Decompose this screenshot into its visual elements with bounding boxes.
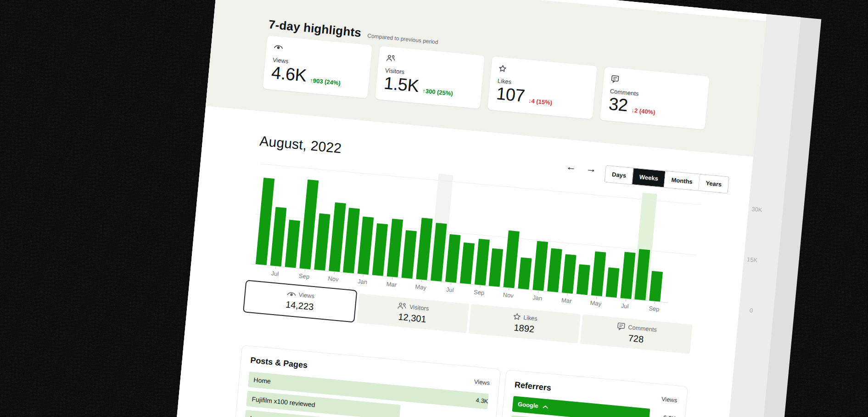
highlight-card-views: Views4.6K↑903 (24%) [263, 35, 372, 98]
star-icon [513, 313, 521, 321]
x-axis-tick [655, 302, 655, 304]
x-axis-label: Sep [465, 288, 493, 297]
summary-tab-visitors[interactable]: Visitors12,301 [357, 293, 469, 333]
chart-bar[interactable] [649, 271, 663, 302]
chart-bar[interactable] [532, 241, 548, 291]
summary-tab-value: 728 [628, 332, 644, 344]
chart-bar[interactable] [387, 219, 403, 277]
referrers-title: Referrers [514, 380, 552, 393]
chart-bar[interactable] [358, 216, 374, 275]
x-axis-label: Nov [494, 291, 522, 300]
x-axis-label: Sep [290, 271, 318, 281]
x-axis-tick [480, 285, 480, 287]
highlight-card-value: 32 [608, 95, 628, 115]
highlights-subtitle: Compared to previous period [367, 33, 438, 45]
x-axis-label: Jul [261, 269, 289, 278]
x-axis-label: Nov [319, 274, 347, 283]
post-row-views: 3.4K [456, 410, 487, 417]
chart-bar[interactable] [547, 248, 562, 293]
dashboard-sheet: 7-day highlights Compared to previous pe… [169, 0, 767, 417]
chart-bar[interactable] [591, 251, 606, 296]
posts-views-header: Views [474, 378, 490, 386]
highlight-cards: Views4.6K↑903 (24%)Visitors1.5K↑300 (25%… [263, 35, 710, 130]
trend-badge: ↓2 (40%) [631, 107, 655, 118]
x-axis-label: Mar [378, 280, 406, 289]
summary-tab-value: 12,301 [398, 311, 427, 325]
x-axis-tick [334, 272, 334, 274]
chart-bar[interactable] [460, 242, 475, 284]
referrer-row-label: Google [517, 396, 549, 415]
trend-badge: ↓4 (15%) [528, 97, 553, 108]
summary-tab-label: Views [298, 291, 315, 299]
summary-tab-views[interactable]: Views14,223 [243, 280, 357, 322]
eye-icon [286, 290, 296, 298]
post-row-label: Land of fire and ice [249, 411, 305, 417]
chart-bar[interactable] [474, 239, 489, 286]
summary-tab-comments[interactable]: Comments728 [580, 315, 693, 354]
period-nav: ← → [564, 159, 599, 176]
post-row-label: Home [253, 372, 271, 389]
interval-years[interactable]: Years [698, 175, 729, 193]
chart-bar[interactable] [518, 258, 532, 290]
referrers-panel: Referrers Views Google6.2K [493, 370, 688, 417]
chart-bar[interactable] [329, 203, 346, 272]
x-axis-tick [567, 293, 567, 296]
interval-days[interactable]: Days [605, 166, 633, 184]
highlight-card-value: 1.5K [383, 73, 420, 96]
chart-bar[interactable] [285, 220, 300, 268]
trend-badge: ↑300 (25%) [422, 87, 453, 99]
posts-pages-panel: Posts & Pages Views Home4.3KFujifilm x10… [229, 345, 501, 417]
post-row-label: Fujifilm x100 reviewed [251, 391, 316, 413]
highlight-card-comments: Comments32↓2 (40%) [600, 67, 710, 130]
post-row-views: 4.3K [458, 391, 489, 409]
x-axis-label: Mar [553, 296, 581, 305]
x-axis-tick [538, 291, 538, 293]
summary-tab-value: 14,223 [285, 299, 314, 313]
summary-tab-label: Comments [628, 323, 657, 333]
chart-bar[interactable] [562, 254, 577, 293]
summary-tab-label: Visitors [409, 303, 429, 312]
chevron-up-icon[interactable] [542, 405, 549, 409]
referrer-row-views: 6.2K [645, 408, 676, 417]
highlights-section: 7-day highlights Compared to previous pe… [206, 0, 766, 157]
highlight-card-visitors: Visitors1.5K↑300 (25%) [375, 46, 485, 109]
x-axis-tick [625, 299, 626, 301]
highlight-card-likes: Likes107↓4 (15%) [487, 56, 597, 119]
chart-bar[interactable] [372, 223, 388, 276]
x-axis-tick [450, 283, 451, 285]
next-period-button[interactable]: → [584, 162, 599, 177]
x-axis-label: Jul [611, 301, 639, 310]
chart-bar[interactable] [605, 267, 619, 298]
interval-weeks[interactable]: Weeks [632, 168, 665, 187]
chart-bar[interactable] [577, 264, 590, 295]
summary-tab-likes[interactable]: Likes1892 [468, 304, 581, 344]
x-axis-tick [421, 280, 422, 282]
posts-pages-title: Posts & Pages [250, 355, 308, 370]
highlight-card-value: 107 [495, 84, 526, 106]
trend-badge: ↑903 (24%) [309, 77, 341, 89]
x-axis-tick [596, 296, 597, 299]
summary-tab-label: Likes [523, 314, 538, 322]
chart-bar[interactable] [314, 213, 330, 270]
x-axis-label: Jul [436, 285, 464, 294]
x-axis-tick [509, 288, 509, 290]
x-axis-label: May [582, 299, 610, 308]
chart-bar[interactable] [504, 231, 520, 288]
x-axis-tick [363, 275, 364, 277]
prev-period-button[interactable]: ← [564, 159, 579, 175]
x-axis-tick [275, 266, 276, 269]
summary-tab-value: 1892 [514, 322, 535, 334]
chart-bar[interactable] [401, 230, 417, 279]
x-axis-label: Sep [640, 304, 668, 313]
referrers-views-header: Views [661, 395, 678, 404]
x-axis-tick [304, 269, 305, 271]
x-axis-label: Jan [348, 277, 376, 286]
interval-months[interactable]: Months [664, 171, 700, 191]
highlight-card-value: 4.6K [271, 63, 308, 86]
chart-bar[interactable] [489, 248, 503, 287]
chart-bar[interactable] [343, 208, 360, 273]
chart-bar[interactable] [445, 234, 461, 283]
x-axis-label: May [407, 282, 435, 292]
x-axis-label: Jan [523, 293, 551, 302]
comment-icon [617, 322, 626, 330]
